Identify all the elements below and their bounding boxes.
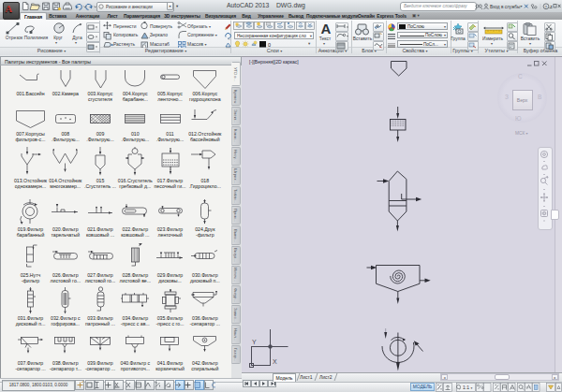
svg-text:Вход в службы: Вход в службы xyxy=(490,5,521,9)
svg-text:1:1: 1:1 xyxy=(463,385,469,390)
svg-text:▾: ▾ xyxy=(471,385,473,389)
svg-text:0: 0 xyxy=(268,42,271,48)
svg-text:?: ? xyxy=(545,5,548,9)
svg-text:▾: ▾ xyxy=(521,4,523,8)
